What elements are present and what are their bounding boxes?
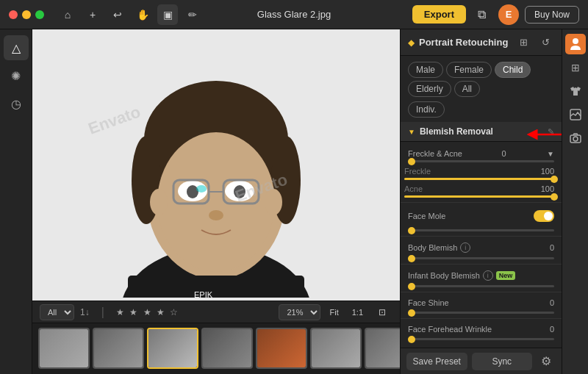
face-mole-toggle-knob [544,212,553,220]
body-blemish-info-icon[interactable]: i [460,242,470,253]
settings-icon[interactable]: ⚙ [537,352,556,371]
add-button[interactable]: + [82,4,103,25]
thumb-img-6 [312,329,360,367]
panel-content: ▼ Blemish Removal ✎ Freckle & [401,122,562,348]
thumbnail-5[interactable] [256,328,307,369]
age-tabs: Male Female Child Elderly All [401,56,562,100]
minimize-button[interactable] [22,10,31,19]
fit-button[interactable]: Fit [325,302,343,323]
maximize-button[interactable] [35,10,44,19]
filter-select[interactable]: All [40,304,74,320]
body-mode-icon[interactable] [565,81,586,101]
freckle-slider[interactable] [404,178,554,180]
fullscreen-button[interactable]: ⊡ [372,302,392,323]
thumbnail-3[interactable] [147,328,198,369]
portrait-mode-icon[interactable] [565,34,586,54]
freckle-thumb[interactable] [551,176,558,183]
portrait-image: EPIK [91,33,341,298]
undo-button[interactable]: ↩ [107,4,128,25]
home-button[interactable]: ⌂ [57,4,78,25]
adjust-icon[interactable]: △ [4,35,29,60]
close-button[interactable] [9,10,18,19]
body-blemish-label: Body Blemish i [408,242,470,253]
acne-row: Acne 100 [401,181,562,199]
infant-blemish-info-icon[interactable]: i [483,270,493,281]
titlebar: ⌂ + ↩ ✋ ▣ ✏ Glass Glare 2.jpg Export ⧉ E… [0,0,588,29]
history-icon[interactable]: ◷ [4,91,29,116]
infant-body-blemish-label: Infant Body Blemish i New [408,270,515,281]
crop-button[interactable]: ▣ [157,4,178,25]
thumbnail-1[interactable] [38,328,90,369]
share-icon[interactable]: ⧉ [472,4,492,25]
brush-button[interactable]: ✏ [182,4,203,25]
zoom-select[interactable]: 21% [279,304,320,320]
freckle-label-row: Freckle 100 [404,167,554,176]
tab-all[interactable]: All [454,81,480,97]
thumb-img-1 [40,329,88,367]
face-shine-slider[interactable] [408,312,554,314]
dropdown-arrow-icon[interactable]: ▼ [547,150,554,158]
expand-panel-button[interactable]: ⊞ [514,34,532,51]
export-button[interactable]: Export [412,5,466,24]
camera-icon[interactable] [565,128,586,148]
freckle-acne-slider[interactable] [408,160,554,162]
freckle-acne-row: Freckle & Acne 0 ▼ [401,146,562,164]
face-shine-row: Face Shine 0 [401,295,562,309]
freckle-value: 100 [541,167,554,176]
thumb-img-3 [148,329,197,367]
tshirt-icon-svg [570,85,581,97]
face-mole-slider[interactable] [408,229,554,231]
divider-1 [401,202,562,203]
thumb-img-5 [257,329,306,367]
thumbnail-2[interactable] [93,328,144,369]
grid-mode-icon[interactable]: ⊞ [565,57,586,78]
star-rating: ★ ★ ★ ★ ☆ [116,307,179,317]
effects-icon[interactable]: ✺ [4,63,29,88]
buy-now-button[interactable]: Buy Now [525,6,579,24]
hand-tool-button[interactable]: ✋ [132,4,153,25]
face-shine-thumb[interactable] [408,309,415,317]
thumbnail-6[interactable] [310,328,362,369]
canvas-wrapper: Envato Envato [32,29,400,374]
svg-rect-20 [128,276,304,298]
panel-footer: Save Preset Sync ⚙ [401,348,562,374]
panel-title: Portrait Retouching [419,37,510,48]
thumb-img-4 [203,329,251,367]
forehead-wrinkle-thumb[interactable] [408,336,415,343]
thumbnail-4[interactable] [201,328,253,369]
right-panel: ◆ Portrait Retouching ⊞ ↺ Male Female Ch… [400,29,562,374]
thumb-wrapper-2 [93,328,144,369]
face-mole-label: Face Mole [408,212,445,220]
body-blemish-thumb[interactable] [408,255,415,262]
thumb-wrapper-3 [147,328,198,369]
canvas-area[interactable]: Envato Envato [32,29,400,301]
traffic-lights [9,10,44,19]
ratio-button[interactable]: 1:1 [348,302,368,323]
tab-male[interactable]: Male [408,62,443,78]
infant-blemish-thumb[interactable] [408,283,415,290]
acne-thumb[interactable] [551,193,558,201]
tab-elderly[interactable]: Elderly [408,81,451,97]
infant-body-blemish-label-text: Infant Body Blemish [408,271,480,280]
reset-panel-button[interactable]: ↺ [537,34,554,51]
tab-female[interactable]: Female [446,62,492,78]
tab-child[interactable]: Child [495,62,531,78]
body-blemish-value: 0 [550,243,554,252]
freckle-acne-thumb[interactable] [408,158,415,165]
indiv-wrapper: Indiv. [401,100,562,122]
thumb-wrapper-6 [310,328,362,369]
thumbnail-7[interactable] [365,328,400,369]
face-mole-thumb[interactable] [408,227,415,234]
infant-blemish-slider[interactable] [408,285,554,287]
camera-svg [570,132,581,144]
forehead-wrinkle-slider[interactable] [408,338,554,340]
forehead-wrinkle-value: 0 [550,325,554,334]
section-header-blemish[interactable]: ▼ Blemish Removal ✎ [401,122,562,142]
image-enhance-icon[interactable] [565,104,586,125]
sync-button[interactable]: Sync [472,353,533,370]
acne-slider[interactable] [404,195,554,198]
body-blemish-slider[interactable] [408,257,554,259]
face-mole-toggle[interactable] [534,210,554,222]
save-preset-button[interactable]: Save Preset [406,353,467,370]
tab-indiv[interactable]: Indiv. [408,101,445,118]
